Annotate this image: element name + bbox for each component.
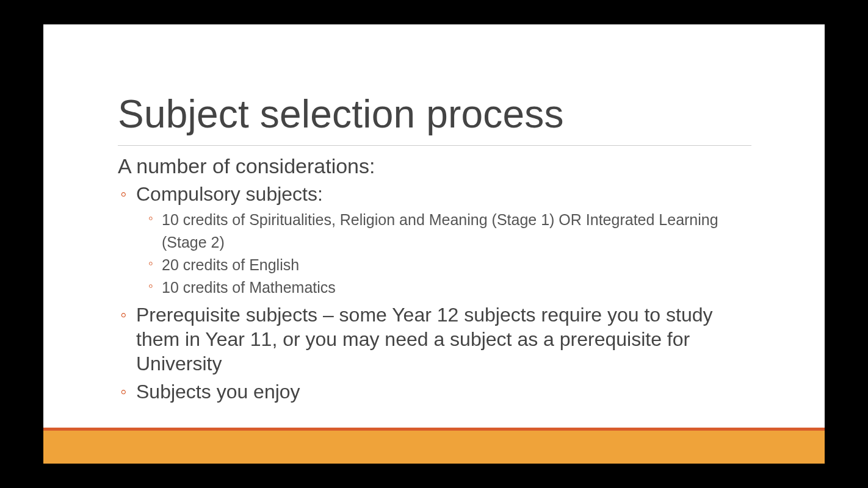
slide: Subject selection process A number of co…	[43, 24, 825, 464]
bullet-item: Prerequisite subjects – some Year 12 sub…	[120, 303, 751, 376]
bullet-item: Subjects you enjoy	[120, 379, 751, 404]
sub-bullet-item: 20 credits of English	[148, 254, 751, 276]
title-rule	[118, 145, 751, 146]
slide-subtitle: A number of considerations:	[118, 154, 751, 178]
sub-bullet-item: 10 credits of Spiritualities, Religion a…	[148, 209, 751, 254]
bullet-text: Prerequisite subjects – some Year 12 sub…	[136, 304, 713, 375]
sub-bullet-item: 10 credits of Mathematics	[148, 276, 751, 299]
sub-bullet-list: 10 credits of Spiritualities, Religion a…	[136, 209, 751, 299]
footer-bar	[43, 428, 825, 464]
bullet-text: Subjects you enjoy	[136, 381, 300, 403]
bullet-item: Compulsory subjects: 10 credits of Spiri…	[120, 182, 751, 299]
slide-content: Subject selection process A number of co…	[43, 24, 825, 404]
bullet-text: Compulsory subjects:	[136, 183, 323, 205]
slide-title: Subject selection process	[118, 92, 751, 137]
bullet-list: Compulsory subjects: 10 credits of Spiri…	[118, 182, 751, 404]
